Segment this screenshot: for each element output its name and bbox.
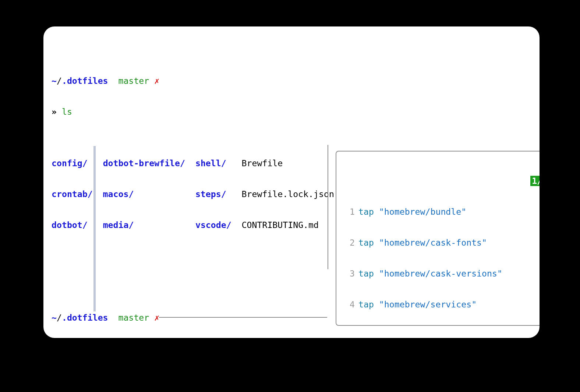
command-line-ls: » ls xyxy=(52,107,531,117)
git-dirty-icon: ✗ xyxy=(154,76,159,86)
preview-line: 3tap "homebrew/cask-versions" xyxy=(339,268,540,279)
preview-line: 4tap "homebrew/services" xyxy=(339,299,540,310)
divider-horizontal xyxy=(159,317,327,318)
divider-vertical xyxy=(328,145,328,269)
terminal-window[interactable]: ~/.dotfiles master ✗ » ls config/ dotbot… xyxy=(43,26,540,338)
cwd-tilde: ~ xyxy=(52,76,57,86)
prompt-caret: » xyxy=(52,107,57,117)
preview-line: 1tap "homebrew/bundle" xyxy=(339,207,540,217)
preview-line: 2tap "homebrew/cask-fonts" xyxy=(339,238,540,248)
cwd-dir: .dotfiles xyxy=(62,76,108,86)
fzf-gutter xyxy=(93,146,96,311)
git-branch: master xyxy=(119,76,149,86)
preview-position-badge: 1/100 xyxy=(530,176,540,186)
prompt-line-1: ~/.dotfiles master ✗ xyxy=(52,76,531,86)
preview-pane[interactable]: 1/100 1tap "homebrew/bundle" 2tap "homeb… xyxy=(336,151,540,326)
cmd-ls: ls xyxy=(62,107,72,117)
